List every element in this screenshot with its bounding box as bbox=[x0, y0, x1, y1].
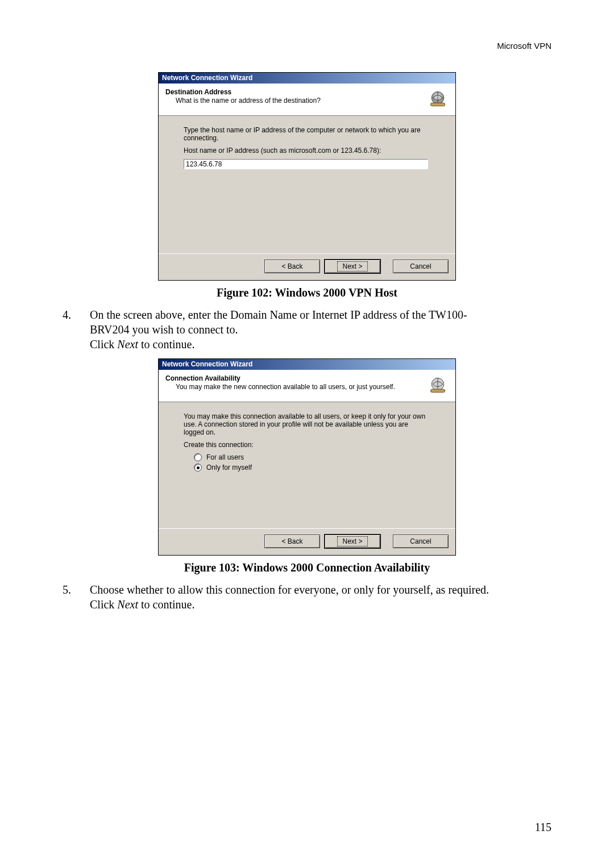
radio-label: For all users bbox=[206, 453, 244, 461]
banner-subtext: You may make the new connection availabl… bbox=[176, 383, 427, 391]
step5-line1: Choose whether to allow this connection … bbox=[90, 583, 489, 596]
figure-caption-103: Figure 103: Windows 2000 Connection Avai… bbox=[63, 561, 551, 574]
step4-line1a: On the screen above, enter the Domain Na… bbox=[90, 308, 467, 321]
cancel-button[interactable]: Cancel bbox=[393, 535, 449, 548]
step5-line2a: Click bbox=[90, 598, 117, 611]
radio-label: Only for myself bbox=[206, 464, 252, 471]
banner-heading: Destination Address bbox=[165, 88, 427, 96]
back-button[interactable]: < Back bbox=[264, 260, 320, 273]
cancel-button[interactable]: Cancel bbox=[393, 260, 449, 273]
radio-icon bbox=[194, 453, 202, 461]
network-icon bbox=[427, 374, 449, 396]
step5-next-italic: Next bbox=[117, 598, 138, 611]
dialog-banner: Destination Address What is the name or … bbox=[159, 84, 455, 116]
step4-line2a: Click bbox=[90, 338, 117, 350]
step4-line1b: BRV204 you wish to connect to. bbox=[90, 323, 238, 336]
instruction-text: Type the host name or IP address of the … bbox=[184, 126, 430, 142]
dialog-banner: Connection Availability You may make the… bbox=[159, 370, 455, 402]
list-item: 4. On the screen above, enter the Domain… bbox=[63, 307, 551, 352]
radio-only-for-myself[interactable]: Only for myself bbox=[184, 464, 430, 471]
radio-icon bbox=[194, 464, 202, 471]
list-number: 4. bbox=[63, 307, 90, 352]
wizard-dialog-destination: Network Connection Wizard Destination Ad… bbox=[158, 72, 456, 281]
step5-line2b: to continue. bbox=[138, 598, 194, 611]
list-item: 5. Choose whether to allow this connecti… bbox=[63, 582, 551, 612]
radio-for-all-users[interactable]: For all users bbox=[184, 453, 430, 461]
dialog-titlebar: Network Connection Wizard bbox=[159, 359, 455, 370]
step4-next-italic: Next bbox=[117, 338, 138, 350]
group-label: Create this connection: bbox=[184, 441, 430, 449]
figure-102: Network Connection Wizard Destination Ad… bbox=[63, 72, 551, 281]
banner-subtext: What is the name or address of the desti… bbox=[176, 97, 427, 105]
back-button[interactable]: < Back bbox=[264, 535, 320, 548]
network-icon bbox=[427, 88, 449, 110]
dialog-button-row: < Back Next > Cancel bbox=[159, 528, 455, 555]
next-button[interactable]: Next > bbox=[325, 260, 380, 273]
instruction-text: You may make this connection available t… bbox=[184, 412, 430, 436]
dialog-titlebar: Network Connection Wizard bbox=[159, 73, 455, 84]
svg-rect-3 bbox=[430, 389, 445, 392]
banner-heading: Connection Availability bbox=[165, 374, 427, 382]
page-header-right: Microsoft VPN bbox=[63, 41, 551, 51]
dialog-button-row: < Back Next > Cancel bbox=[159, 253, 455, 280]
dialog-content: Type the host name or IP address of the … bbox=[159, 116, 455, 253]
figure-caption-102: Figure 102: Windows 2000 VPN Host bbox=[63, 286, 551, 299]
svg-rect-1 bbox=[430, 103, 445, 106]
step4-line2b: to continue. bbox=[138, 338, 194, 350]
field-label: Host name or IP address (such as microso… bbox=[184, 147, 430, 155]
wizard-dialog-availability: Network Connection Wizard Connection Ava… bbox=[158, 358, 456, 556]
host-address-input[interactable] bbox=[184, 159, 428, 169]
dialog-content: You may make this connection available t… bbox=[159, 402, 455, 528]
next-button[interactable]: Next > bbox=[325, 535, 380, 548]
figure-103: Network Connection Wizard Connection Ava… bbox=[63, 358, 551, 556]
page-number: 115 bbox=[535, 821, 551, 834]
document-page: Microsoft VPN Network Connection Wizard … bbox=[0, 0, 614, 868]
list-number: 5. bbox=[63, 582, 90, 612]
